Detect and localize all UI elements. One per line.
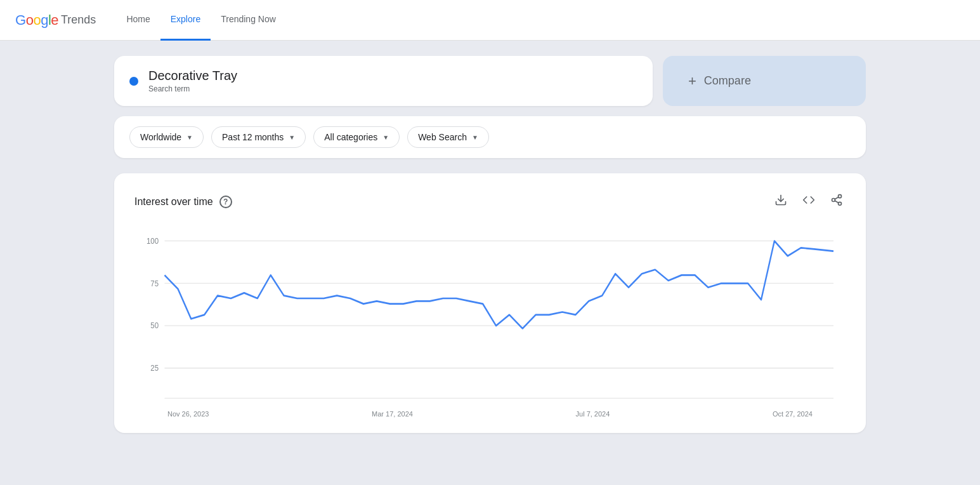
filter-category[interactable]: All categories ▼ [313,126,400,148]
filter-region[interactable]: Worldwide ▼ [129,126,204,148]
filter-region-arrow: ▼ [186,134,193,141]
main-content: Decorative Tray Search term + Compare Wo… [0,41,980,485]
filter-row: Worldwide ▼ Past 12 months ▼ All categor… [114,116,866,158]
svg-text:25: 25 [150,363,159,373]
filter-category-arrow: ▼ [382,134,389,141]
filter-search-type[interactable]: Web Search ▼ [407,126,489,148]
svg-line-4 [835,201,839,203]
search-term-dot [129,77,138,86]
svg-text:75: 75 [150,279,159,288]
compare-label: Compare [704,74,751,88]
nav-links: Home Explore Trending Now [116,0,285,41]
svg-text:50: 50 [150,321,159,331]
search-term-box: Decorative Tray Search term [114,56,653,106]
nav-bar: Google Trends Home Explore Trending Now [0,0,980,41]
download-button[interactable] [772,191,790,212]
chart-line [165,241,834,329]
filter-search-type-arrow: ▼ [472,134,478,141]
embed-button[interactable] [800,191,818,212]
nav-explore[interactable]: Explore [160,0,211,41]
filter-search-type-label: Web Search [418,132,467,142]
filter-category-label: All categories [324,132,377,142]
svg-line-5 [835,197,839,199]
share-button[interactable] [828,191,846,212]
help-icon[interactable]: ? [219,196,232,208]
chart-title-row: Interest over time ? [134,196,232,208]
filter-time-label: Past 12 months [222,132,284,142]
compare-box[interactable]: + Compare [663,56,866,106]
search-term-info: Decorative Tray Search term [148,69,237,93]
filter-time-arrow: ▼ [289,134,295,141]
logo[interactable]: Google Trends [15,12,96,29]
x-label-2: Jul 7, 2024 [576,410,610,418]
chart-area: 100 75 50 25 [134,227,846,405]
search-compare-row: Decorative Tray Search term + Compare [114,56,866,106]
x-label-0: Nov 26, 2023 [167,410,209,418]
x-label-1: Mar 17, 2024 [372,410,413,418]
nav-home[interactable]: Home [116,0,160,41]
filter-time[interactable]: Past 12 months ▼ [211,126,306,148]
chart-card: Interest over time ? [114,173,866,433]
chart-title: Interest over time [134,196,213,208]
search-term-name: Decorative Tray [148,69,237,83]
x-label-3: Oct 27, 2024 [773,410,813,418]
svg-text:100: 100 [147,236,159,246]
chart-svg: 100 75 50 25 [134,227,846,405]
x-axis-labels: Nov 26, 2023 Mar 17, 2024 Jul 7, 2024 Oc… [134,405,846,418]
logo-trends-text: Trends [61,13,96,27]
chart-header: Interest over time ? [134,191,846,212]
compare-plus-icon: + [688,73,696,90]
filter-region-label: Worldwide [140,132,181,142]
chart-actions [772,191,846,212]
nav-trending[interactable]: Trending Now [211,0,286,41]
search-term-type: Search term [148,84,237,93]
